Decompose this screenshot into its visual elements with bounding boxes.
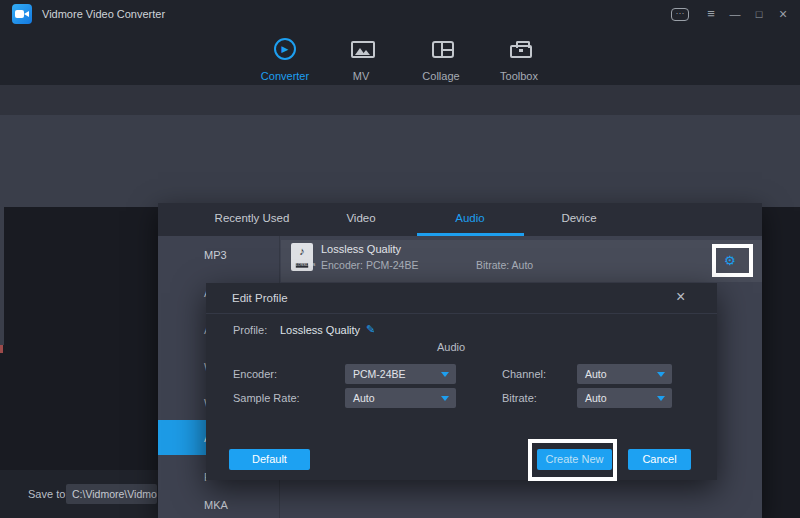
save-to-label: Save to: [28, 488, 68, 500]
rename-profile-icon[interactable]: ✎ [366, 323, 375, 336]
dialog-divider [206, 313, 717, 314]
mv-icon [351, 41, 375, 58]
sample-rate-caret-icon [441, 396, 449, 401]
file-list-row: ♪ Source: Bugoy Dril... kbps).ı i |00:04… [0, 115, 800, 207]
bitrate-label: Bitrate: [502, 392, 537, 404]
dialog-title: Edit Profile [232, 292, 288, 304]
tab-video[interactable]: Video [346, 212, 375, 224]
profile-item-encoder: Encoder: PCM-24BE [321, 259, 418, 271]
tab-audio[interactable]: Audio [455, 212, 484, 224]
close-icon[interactable]: × [774, 0, 792, 28]
default-button[interactable]: Default [229, 449, 310, 470]
main-nav: ▶ Converter MV Collage Toolbox [0, 28, 800, 85]
annotation-box-create-new [528, 439, 617, 481]
sample-rate-dropdown[interactable]: Auto [345, 388, 456, 408]
sample-rate-label: Sample Rate: [233, 392, 300, 404]
save-path-input[interactable]: C:\Vidmore\Vidmor [66, 484, 157, 504]
save-bar: Save to: C:\Vidmore\Vidmor [0, 470, 158, 518]
window-title: Vidmore Video Converter [42, 0, 165, 28]
audio-active-underline [417, 233, 524, 236]
dialog-close-icon[interactable]: × [676, 288, 685, 306]
toolbox-icon [510, 45, 532, 58]
toolbar: + Add Files Converting Converted Convert… [0, 85, 800, 115]
audio-section-heading: Audio [437, 341, 465, 353]
encoder-dropdown[interactable]: PCM-24BE [345, 364, 456, 384]
tab-mv-label: MV [323, 70, 399, 82]
channel-label: Channel: [502, 368, 546, 380]
edit-profile-dialog: Edit Profile × Profile: Lossless Quality… [206, 283, 717, 480]
encoder-caret-icon [441, 372, 449, 377]
tab-device[interactable]: Device [561, 212, 596, 224]
tab-converter-label: Converter [247, 70, 323, 82]
collage-icon [432, 41, 454, 58]
sidebar-item-mka[interactable]: MKA [204, 499, 228, 511]
annotation-box-gear [712, 244, 753, 277]
edge-mark [0, 345, 3, 353]
channel-dropdown[interactable]: Auto [577, 364, 672, 384]
minimize-icon[interactable]: — [726, 0, 744, 28]
profile-name: Lossless Quality [280, 324, 360, 336]
bitrate-dropdown[interactable]: Auto [577, 388, 672, 408]
channel-caret-icon [657, 372, 665, 377]
profile-tabs-row: Recently Used Video Audio Device [158, 203, 762, 236]
title-bar: Vidmore Video Converter ··· ≡ — □ × [0, 0, 800, 28]
maximize-icon[interactable]: □ [750, 0, 768, 28]
edge-sliver [0, 207, 4, 345]
profile-label: Profile: [233, 324, 267, 336]
cancel-button[interactable]: Cancel [628, 449, 691, 470]
app-logo-icon [12, 4, 32, 24]
profile-item-title: Lossless Quality [321, 243, 401, 255]
lossless-badge-icon: ♪ LOSSLESS [291, 243, 313, 271]
feedback-icon[interactable]: ··· [671, 8, 689, 21]
converter-icon: ▶ [274, 38, 296, 60]
app-window: Vidmore Video Converter ··· ≡ — □ × ▶ Co… [0, 0, 800, 518]
tab-mv[interactable]: MV [323, 28, 399, 82]
tab-collage-label: Collage [403, 70, 479, 82]
tab-toolbox[interactable]: Toolbox [481, 28, 557, 82]
tab-toolbox-label: Toolbox [481, 70, 557, 82]
profile-item-bitrate: Bitrate: Auto [476, 259, 533, 271]
sidebar-item-mp3[interactable]: MP3 [204, 249, 227, 261]
tab-recently-used[interactable]: Recently Used [215, 212, 290, 224]
menu-icon[interactable]: ≡ [702, 0, 720, 28]
bitrate-caret-icon [657, 396, 665, 401]
tab-converter[interactable]: ▶ Converter [247, 28, 323, 82]
tab-collage[interactable]: Collage [403, 28, 479, 82]
profile-panel: Recently Used Video Audio Device MP3 A A… [158, 203, 762, 518]
encoder-label: Encoder: [233, 368, 277, 380]
